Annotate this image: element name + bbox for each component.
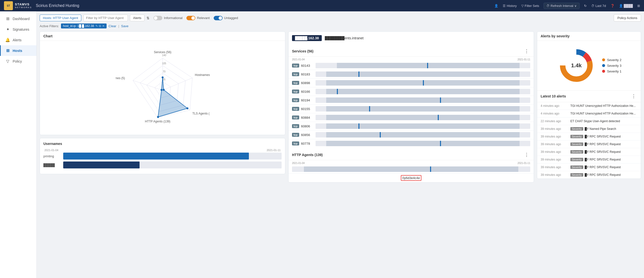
svg-point-17 — [157, 116, 159, 118]
http-agent-highlighted-text: 0y6d3e4c4e — [401, 175, 422, 181]
latest-alerts-section: Latest 10 alerts ⋮ 4 minutes ago TGI HUN… — [537, 90, 641, 179]
alert-time: 39 minutes ago — [541, 150, 568, 153]
protocol-badge: tcp — [292, 116, 299, 120]
username-blank: █████ — [44, 163, 61, 167]
service-row: tcp 60884 — [288, 113, 534, 122]
host-detail-panel: █████.162.38 ████████ents.intranet Servi… — [288, 31, 534, 182]
user-icon[interactable]: 👤 — [494, 4, 498, 8]
timeline-bar-container — [316, 89, 530, 94]
timeline-bar-bg — [337, 63, 520, 68]
sidebar-item-label: Dashboard — [13, 17, 30, 21]
service-row: tcp 60143 — [288, 61, 534, 70]
relevant-toggle[interactable] — [186, 16, 195, 20]
sidebar-item-dashboard[interactable]: ⊞ Dashboard — [0, 13, 36, 24]
service-timeline — [316, 97, 530, 103]
protocol-badge: tcp — [292, 141, 299, 145]
severity3-dot — [602, 64, 605, 67]
right-column: Alerts by severity — [537, 31, 641, 179]
protocol-badge: tcp — [292, 107, 299, 111]
save-filter-link[interactable]: Save — [121, 24, 129, 28]
hosts-http-user-agent-button[interactable]: Hosts: HTTP User Agent — [40, 14, 81, 21]
filter-by-http-user-agent-input[interactable] — [83, 14, 128, 21]
dashboard-icon: ⊞ — [5, 16, 10, 21]
chart-title: Chart — [44, 34, 52, 38]
services-title: Services (56) — [292, 49, 313, 53]
timeline-bar-bg — [326, 97, 520, 103]
sidebar-item-hosts[interactable]: ⊞ Hosts — [0, 45, 36, 56]
informational-toggle[interactable] — [154, 16, 162, 20]
sidebar-item-signatures[interactable]: ✦ Signatures — [0, 24, 36, 35]
history-link[interactable]: ☰ History — [503, 4, 516, 8]
refresh-interval[interactable]: ⏱ Refresh Interval ∨ — [544, 3, 580, 9]
svg-text:70: 70 — [162, 70, 166, 73]
alert-name: TGI HUNT Unencrypted HTTP Authorization … — [570, 104, 637, 108]
help-icon[interactable]: ❓ — [610, 4, 614, 8]
http-agents-more-menu[interactable]: ⋮ — [523, 152, 530, 158]
untagged-toggle[interactable] — [214, 16, 222, 20]
protocol-badge: tcp — [292, 81, 299, 85]
service-row: tcp 60155 — [288, 105, 534, 113]
timeline-bar-bg — [326, 115, 520, 120]
services-more-menu[interactable]: ⋮ — [523, 48, 530, 54]
logo: ST STAMVS NETWORKS — [4, 1, 32, 10]
host-ip: █████.162.38 — [292, 35, 322, 41]
app-title: Scirius Enriched Hunting — [36, 3, 79, 8]
severity-badge: Severity — [570, 150, 583, 153]
clear-filter-link[interactable]: Clear — [108, 24, 116, 28]
timeline-bar-blue — [380, 132, 381, 138]
http-agent-timeline — [292, 166, 530, 172]
severity-badge: Severity — [570, 142, 583, 146]
apps-icon[interactable]: ⊞ — [637, 4, 640, 8]
http-agents-timeline-dates: 2021-01-04 2021-01-11 — [292, 162, 530, 164]
alert-name-with-badge: Severity █Y RPC SRVSVC Request — [570, 150, 637, 153]
timeline-bar-blue — [369, 106, 370, 112]
filter-tag-actions: ✎ ⧉ ✕ — [96, 24, 104, 28]
sidebar-item-alerts[interactable]: 🔔 Alerts — [0, 35, 36, 45]
http-agents-title: HTTP Agents (139) — [292, 153, 323, 157]
filter-remove-icon[interactable]: ✕ — [102, 24, 104, 28]
service-timeline — [316, 141, 530, 146]
user-profile[interactable]: 👤 ████ — [619, 4, 633, 8]
http-agents-list: 0y6d3e4c4e — [288, 165, 534, 182]
relevant-toggle-group: Relevant — [186, 16, 210, 20]
alert-row-6: 39 minutes ago Severity █Y RPC SRVSVC Re… — [537, 148, 641, 156]
http-agents-section: HTTP Agents (139) ⋮ 2021-01-04 2021-01-1… — [288, 150, 534, 182]
refresh-button[interactable]: ↻ — [584, 4, 587, 8]
alert-name: █Y RPC SRVSVC Request — [585, 173, 621, 177]
radar-chart: 140 105 70 35 — [116, 46, 210, 130]
severity3-label: Severity 3 — [607, 64, 622, 68]
severity-chart-area: 1.4k Severity 2 Severity 3 — [537, 41, 641, 90]
alerts-button[interactable]: Alerts — [130, 14, 144, 21]
alert-row-5: 39 minutes ago Severity █Y RPC SRVSVC Re… — [537, 140, 641, 148]
latest-alerts-more-menu[interactable]: ⋮ — [630, 93, 637, 99]
service-timeline — [316, 63, 530, 68]
alert-time: 39 minutes ago — [541, 173, 568, 177]
filter-copy-icon[interactable]: ⧉ — [99, 24, 101, 28]
alert-name: █Y RPC SRVSVC Request — [585, 135, 621, 138]
legend-item-severity1: Severity 1 — [602, 69, 622, 73]
sort-icon[interactable]: ⇅ — [146, 16, 150, 20]
sidebar-item-label: Signatures — [13, 27, 29, 31]
services-date-end: 2021-01-11 — [518, 58, 530, 61]
policy-actions-button[interactable]: Policy Actions — [614, 14, 641, 21]
donut-chart: 1.4k — [556, 46, 596, 85]
alert-name-with-badge: Severity █Y RPC SRVSVC Request — [570, 173, 637, 177]
username-printing: printing — [44, 154, 61, 158]
informational-toggle-group: Informational — [154, 16, 182, 20]
alert-row-2: 22 minutes ago ET CHAT Skype User-Agent … — [537, 118, 641, 125]
severity-legend: Severity 2 Severity 3 Severity 1 — [602, 58, 622, 73]
sidebar-item-policy[interactable]: ▽ Policy — [0, 56, 36, 67]
untagged-label: Untagged — [224, 16, 238, 20]
severity-title: Alerts by severity — [541, 34, 570, 38]
alert-name-with-badge: Severity █Y RPC SRVSVC Request — [570, 165, 637, 169]
filter-edit-icon[interactable]: ✎ — [96, 24, 98, 28]
untagged-toggle-group: Untagged — [214, 16, 238, 20]
sidebar: ⊞ Dashboard ✦ Signatures 🔔 Alerts ⊞ Host… — [0, 11, 37, 278]
service-port: 60884 — [301, 116, 314, 120]
last-7d[interactable]: ⏱ Last 7d — [591, 4, 606, 8]
username-bar — [63, 153, 249, 159]
filter-sets-link[interactable]: ▽ Filter Sets — [521, 4, 540, 8]
left-column: Chart — [40, 31, 285, 174]
timeline-bar-blue — [427, 63, 428, 68]
signatures-icon: ✦ — [5, 27, 10, 32]
